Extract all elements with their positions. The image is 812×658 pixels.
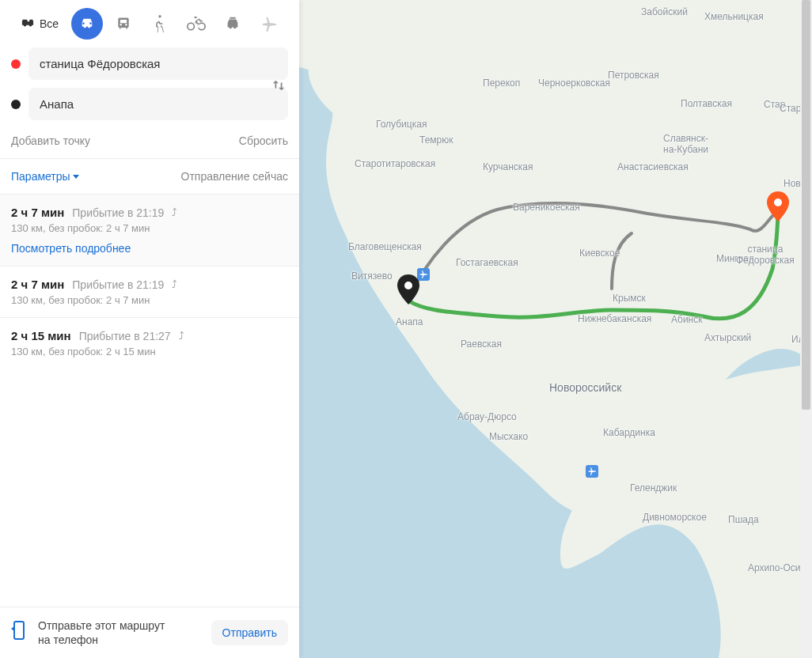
city-label: Забойский — [641, 6, 688, 17]
city-label: Темрюк — [419, 134, 453, 146]
city-label: Хмельницкая — [704, 11, 764, 22]
plane-icon — [260, 16, 278, 32]
route-duration: 2 ч 15 мин — [11, 329, 71, 342]
origin-row: станица Фёдоровская — [11, 47, 288, 80]
city-label: Раевская — [461, 338, 502, 350]
bus-icon — [116, 16, 131, 32]
destination-dot — [11, 100, 21, 109]
send-text: Отправьте этот маршрут на телефон — [38, 618, 165, 647]
links-row: Добавить точку Сбросить — [0, 128, 299, 158]
origin-dot — [11, 59, 21, 69]
mode-all[interactable]: Все — [11, 11, 66, 36]
city-label: Славянск-на-Кубани — [663, 133, 708, 155]
city-label: Пшада — [728, 514, 759, 525]
route-arrival: Прибытие в 21:27 — [79, 330, 171, 342]
city-label: Дивноморское — [643, 512, 707, 523]
sidebar: Все станица Фёдоровс — [0, 0, 299, 658]
route-option[interactable]: 2 ч 15 минПрибытие в 21:27⤴130 км, без п… — [0, 317, 299, 369]
city-label: Крымск — [613, 293, 646, 304]
route-duration: 2 ч 7 мин — [11, 278, 64, 291]
city-label: Петровская — [608, 70, 659, 81]
route-option[interactable]: 2 ч 7 минПрибытие в 21:19⤴130 км, без пр… — [0, 194, 299, 266]
transport-modes: Все — [0, 0, 299, 47]
svg-point-3 — [774, 199, 782, 206]
departure-label: Отправление сейчас — [181, 170, 288, 183]
route-duration: 2 ч 7 мин — [11, 206, 64, 219]
route-details: 130 км, без пробок: 2 ч 7 мин — [11, 294, 288, 306]
turn-icon: ⤴ — [179, 330, 184, 342]
walk-icon — [153, 15, 167, 32]
reset-link[interactable]: Сбросить — [239, 134, 288, 147]
destination-row: Анапа — [11, 88, 288, 120]
route-overlay — [299, 0, 812, 658]
mode-walk[interactable] — [144, 8, 176, 40]
route-list: 2 ч 7 минПрибытие в 21:19⤴130 км, без пр… — [0, 194, 299, 607]
city-label: Нижнебаканская — [578, 313, 651, 324]
city-label: Перекоп — [483, 78, 520, 89]
origin-pin-label: станицаФёдоровская — [736, 244, 795, 266]
phone-send-icon — [11, 621, 28, 644]
params-link[interactable]: Параметры — [11, 170, 79, 183]
city-label: Гостагаевская — [456, 257, 518, 268]
route-arrival: Прибытие в 21:19 — [72, 206, 164, 219]
route-details: 130 км, без пробок: 2 ч 7 мин — [11, 222, 288, 234]
bike-icon — [187, 17, 206, 31]
city-label: Благовещенская — [348, 241, 422, 252]
city-label: Голубицкая — [376, 119, 427, 130]
mode-all-label: Все — [40, 17, 59, 30]
show-more-link[interactable]: Посмотреть подробнее — [11, 242, 288, 255]
route-details: 130 км, без пробок: 2 ч 15 мин — [11, 346, 288, 357]
turn-icon: ⤴ — [172, 278, 177, 290]
mode-bike[interactable] — [180, 8, 212, 40]
city-label: Витязево — [351, 270, 393, 282]
mode-taxi[interactable] — [217, 8, 249, 40]
map-area[interactable]: ЗабойскийХмельницкаяПерекопЧерноерковска… — [299, 0, 812, 658]
taxi-icon — [224, 16, 241, 32]
city-label: Ахтырский — [704, 332, 751, 343]
cars-icon — [19, 17, 36, 30]
send-button[interactable]: Отправить — [211, 620, 288, 645]
route-option[interactable]: 2 ч 7 минПрибытие в 21:19⤴130 км, без пр… — [0, 266, 299, 317]
origin-input[interactable]: станица Фёдоровская — [28, 47, 288, 80]
mode-car[interactable] — [71, 8, 103, 40]
destination-pin[interactable] — [397, 274, 419, 304]
route-arrival: Прибытие в 21:19 — [72, 278, 164, 291]
svg-point-2 — [404, 282, 412, 289]
city-label: Старотитаровская — [355, 158, 435, 169]
city-label: Киевское — [579, 248, 620, 259]
city-label: Новороссийск — [549, 381, 621, 394]
mode-transit[interactable] — [108, 8, 139, 40]
chevron-down-icon — [73, 175, 79, 179]
params-row: Параметры Отправление сейчас — [0, 158, 299, 194]
city-label: Курчанская — [483, 161, 533, 172]
swap-icon — [271, 78, 286, 93]
city-label: Архипо-Осип — [748, 562, 806, 573]
scrollbar-track[interactable] — [800, 0, 812, 658]
destination-input[interactable]: Анапа — [28, 88, 288, 120]
airport-icon — [586, 465, 598, 478]
turn-icon: ⤴ — [172, 206, 177, 218]
city-label: Абинск — [671, 314, 702, 325]
send-to-phone-box: Отправьте этот маршрут на телефон Отправ… — [0, 607, 299, 658]
city-label: Геленджик — [630, 482, 677, 494]
origin-pin[interactable] — [767, 191, 789, 221]
city-label: Кабардинка — [603, 427, 655, 438]
scrollbar-thumb[interactable] — [802, 0, 810, 410]
swap-button[interactable] — [269, 76, 288, 95]
route-points: станица Фёдоровская Анапа — [0, 47, 299, 128]
destination-pin-label: Анапа — [396, 316, 423, 327]
car-icon — [78, 17, 96, 31]
svg-rect-0 — [14, 622, 24, 639]
add-point-link[interactable]: Добавить точку — [11, 134, 90, 147]
city-label: Мысхако — [489, 431, 528, 442]
city-label: Черноерковская — [538, 78, 610, 89]
city-label: Вареникоеская — [513, 202, 580, 213]
mode-flight — [253, 8, 285, 40]
city-label: Анастасиевская — [617, 161, 689, 172]
city-label: Абрау-Дюрсо — [457, 411, 517, 422]
city-label: Полтавская — [681, 98, 732, 109]
